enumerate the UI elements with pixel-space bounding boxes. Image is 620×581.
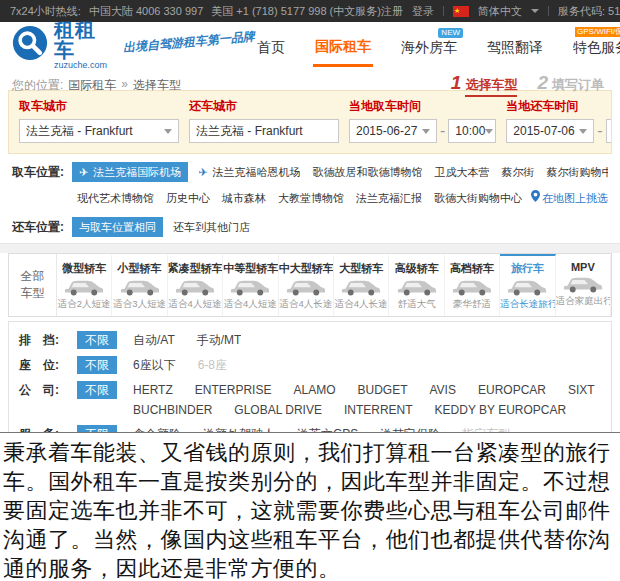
- car-type-tab[interactable]: 高档轿车 豪华舒适: [445, 254, 500, 316]
- brand-name: 租租车: [54, 20, 107, 60]
- pickup-location-tag[interactable]: 法兰克福国际机场: [72, 162, 188, 182]
- pickup-location-tag[interactable]: 歌德大街购物中心: [432, 188, 524, 208]
- filter-option[interactable]: EUROPCAR: [478, 383, 546, 398]
- filter-label-seats: 座 位:: [19, 356, 77, 374]
- return-location-tag[interactable]: 与取车位置相同: [72, 217, 163, 237]
- pickup-city-label: 取车城市: [19, 98, 179, 115]
- pickup-location-tag[interactable]: 法兰克福汇报: [354, 188, 424, 208]
- car-type-name: 高级轿车: [389, 261, 443, 276]
- car-type-tab[interactable]: MPV 适合家庭出行: [556, 254, 611, 316]
- car-type-name: 高档轿车: [445, 261, 499, 276]
- nav-item[interactable]: 驾照翻译: [485, 35, 545, 65]
- car-icon: [445, 276, 499, 298]
- car-icon: [556, 273, 610, 295]
- pickup-date-select[interactable]: 2015-06-27: [349, 119, 437, 143]
- pickup-location-tag[interactable]: 卫戍大本营: [433, 162, 492, 182]
- car-type-name: 小型轿车: [112, 261, 166, 276]
- breadcrumb-link[interactable]: 国际租车: [68, 77, 116, 94]
- return-city-input[interactable]: [189, 119, 339, 143]
- car-type-desc: 适合3人短途: [112, 298, 166, 311]
- filter-option[interactable]: GLOBAL DRIVE: [234, 403, 322, 418]
- return-location-tag[interactable]: 还车到其他门店: [171, 217, 252, 237]
- filter-option[interactable]: ALAMO: [293, 383, 335, 398]
- login-link[interactable]: 登录: [412, 4, 434, 19]
- car-type-tab[interactable]: 大型轿车 适合4人长途: [334, 254, 389, 316]
- pickup-location-tag[interactable]: 大教堂博物馆: [276, 188, 346, 208]
- filter-any-button[interactable]: 不限: [77, 356, 117, 374]
- filter-any-button[interactable]: 不限: [77, 331, 117, 349]
- filter-option[interactable]: KEDDY BY EUROPCAR: [435, 403, 567, 418]
- pickup-location-tag[interactable]: 城市森林: [220, 188, 268, 208]
- return-date-select[interactable]: 2015-07-06: [506, 119, 594, 143]
- pickup-city-select[interactable]: 法兰克福 - Frankfurt: [19, 119, 179, 143]
- filter-any-button[interactable]: 不限: [77, 381, 117, 399]
- divider: [443, 6, 444, 16]
- tag-label: 法兰克福哈恩机场: [213, 166, 301, 178]
- car-type-tabs: 微型轿车 适合2人短途 小型轿车: [57, 254, 611, 316]
- car-icon: [389, 276, 443, 298]
- pick-on-map-link[interactable]: 在地图上挑选: [525, 188, 608, 208]
- car-icon: [334, 276, 388, 298]
- brand-logo[interactable]: 租租车 zuzuche.com: [12, 20, 107, 70]
- filter-option[interactable]: 6-8座: [198, 358, 227, 373]
- pickup-location-tags-row2: 现代艺术博物馆 历史中心 城市森林 大教堂博物馆 法兰克福汇报: [75, 188, 608, 208]
- filter-option[interactable]: 手动/MT: [197, 333, 242, 348]
- car-type-name: 紧凑型轿车: [168, 261, 222, 276]
- car-icon: [279, 276, 333, 298]
- tag-label: 歌德故居和歌德博物馆: [313, 166, 423, 178]
- filter-option[interactable]: BUDGET: [357, 383, 407, 398]
- car-type-name: MPV: [556, 261, 610, 273]
- article-section: 秉承着车能装、又省钱的原则，我们打算租一台紧凑型的旅行车。国外租车一直是按类别分…: [0, 432, 620, 581]
- filter-option[interactable]: INTERRENT: [344, 403, 413, 418]
- promo-badge: GPS/WIFI/保险: [575, 27, 620, 37]
- pickup-location-tag[interactable]: 歌德故居和歌德博物馆: [311, 162, 425, 182]
- language-selector[interactable]: 简体中文: [478, 4, 522, 19]
- car-type-name: 中等型轿车: [223, 261, 277, 276]
- pickup-hour-select[interactable]: 10:00: [448, 119, 496, 143]
- pickup-location-tag[interactable]: 法兰克福哈恩机场: [196, 162, 302, 182]
- filter-option[interactable]: BUCHBINDER: [133, 403, 212, 418]
- car-type-tab[interactable]: 紧凑型轿车 适合4人短途: [168, 254, 223, 316]
- step-label: 填写订单: [552, 76, 604, 95]
- pickup-location-tag[interactable]: 历史中心: [164, 188, 212, 208]
- car-icon: [500, 276, 554, 298]
- map-link-label: 在地图上挑选: [542, 188, 608, 208]
- nav-item[interactable]: 首页: [255, 35, 287, 65]
- car-type-all-tab[interactable]: 全部车型: [9, 254, 57, 316]
- car-type-tab[interactable]: 小型轿车 适合3人短途: [112, 254, 167, 316]
- car-type-desc: 适合家庭出行: [556, 295, 610, 308]
- tag-label: 城市森林: [222, 192, 266, 204]
- filter-option[interactable]: HERTZ: [133, 383, 173, 398]
- car-type-tab[interactable]: 中大型轿车 适合4人长途: [279, 254, 334, 316]
- pickup-date-value: 2015-06-27: [356, 124, 417, 138]
- china-flag-icon: [453, 6, 469, 17]
- breadcrumb-prefix: 您的位置:: [12, 77, 63, 94]
- main-nav: 首页 国际租车 NEW 海外房车 驾照翻译: [255, 22, 620, 68]
- chevron-down-icon[interactable]: [531, 9, 539, 13]
- return-hour-select[interactable]: 10:00: [606, 119, 612, 143]
- register-link[interactable]: 注册: [381, 4, 403, 19]
- zuzuche-logo-icon: [12, 25, 48, 65]
- pickup-location-tag[interactable]: 现代艺术博物馆: [75, 188, 156, 208]
- filter-option[interactable]: SIXT: [568, 383, 595, 398]
- pickup-location-tag[interactable]: 蔡尔街购物中心: [545, 162, 608, 182]
- car-type-tab[interactable]: 高级轿车 舒适大气: [389, 254, 444, 316]
- car-type-tab[interactable]: 旅行车 适合长途旅行: [500, 254, 555, 316]
- pickup-location-tag[interactable]: 蔡尔街: [500, 162, 537, 182]
- nav-item[interactable]: GPS/WIFI/保险 特色服务: [571, 35, 620, 65]
- nav-item[interactable]: 国际租车: [313, 34, 373, 67]
- return-location-tags: 与取车位置相同 还车到其他门店: [72, 217, 608, 237]
- filter-option[interactable]: 6座以下: [133, 358, 176, 373]
- filter-option[interactable]: ENTERPRISE: [195, 383, 272, 398]
- car-type-tab[interactable]: 中等型轿车 适合4人短途: [223, 254, 278, 316]
- car-type-desc: 舒适大气: [389, 298, 443, 311]
- filter-option[interactable]: 自动/AT: [133, 333, 175, 348]
- location-section: 取车位置: 法兰克福国际机场 法兰克福哈恩机场 歌德故居和歌德博物馆: [0, 154, 620, 243]
- hotline-china: 中国大陆 4006 330 997: [89, 4, 203, 19]
- nav-item[interactable]: NEW 海外房车: [399, 35, 459, 65]
- filter-row-gear: 排 挡: 不限 自动/AT手动/MT: [19, 331, 601, 349]
- car-type-tab[interactable]: 微型轿车 适合2人短途: [57, 254, 112, 316]
- step-number: 1: [451, 72, 462, 94]
- hotline: 7x24小时热线: 中国大陆 4006 330 997 美国 +1 (718) …: [10, 4, 381, 19]
- filter-option[interactable]: AVIS: [430, 383, 456, 398]
